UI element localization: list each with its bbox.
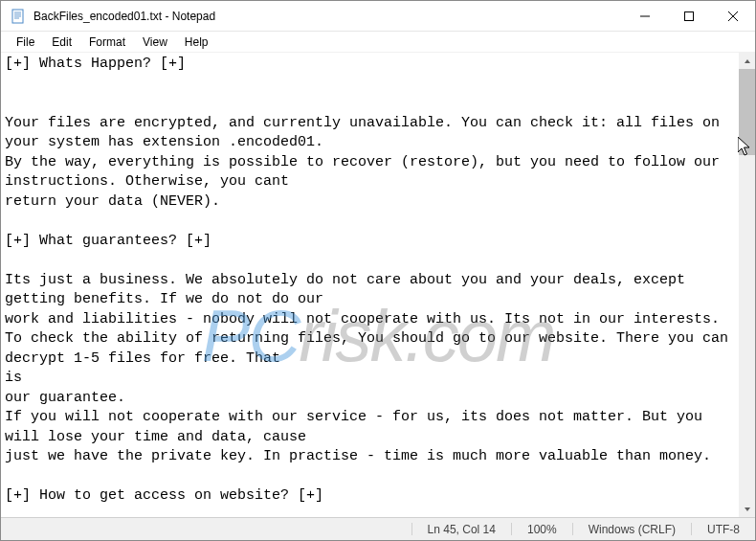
vertical-scrollbar[interactable] (739, 53, 755, 517)
minimize-button[interactable] (623, 1, 667, 31)
status-zoom: 100% (512, 523, 572, 536)
window-title: BackFiles_encoded01.txt - Notepad (33, 10, 623, 23)
status-cursor-position: Ln 45, Col 14 (412, 523, 511, 536)
notepad-window: BackFiles_encoded01.txt - Notepad File E… (0, 0, 756, 541)
menu-view[interactable]: View (135, 34, 175, 51)
scroll-down-button[interactable] (739, 501, 755, 517)
status-encoding: UTF-8 (692, 523, 755, 536)
menu-format[interactable]: Format (81, 34, 133, 51)
maximize-button[interactable] (667, 1, 711, 31)
menu-edit[interactable]: Edit (44, 34, 79, 51)
notepad-icon (11, 9, 26, 24)
scroll-track[interactable] (739, 69, 755, 501)
menu-help[interactable]: Help (177, 34, 216, 51)
window-controls (623, 1, 755, 31)
titlebar: BackFiles_encoded01.txt - Notepad (1, 1, 755, 32)
close-button[interactable] (711, 1, 755, 31)
menubar: File Edit Format View Help (1, 32, 755, 53)
svg-rect-6 (685, 11, 694, 20)
scroll-thumb[interactable] (739, 69, 755, 155)
text-editor[interactable]: [+] Whats Happen? [+] Your files are enc… (1, 53, 739, 517)
statusbar: Ln 45, Col 14 100% Windows (CRLF) UTF-8 (1, 517, 755, 540)
svg-marker-9 (745, 59, 750, 63)
menu-file[interactable]: File (9, 34, 42, 51)
content-area: [+] Whats Happen? [+] Your files are enc… (1, 53, 755, 517)
svg-marker-10 (745, 507, 750, 511)
scroll-up-button[interactable] (739, 53, 755, 69)
status-line-ending: Windows (CRLF) (573, 523, 691, 536)
